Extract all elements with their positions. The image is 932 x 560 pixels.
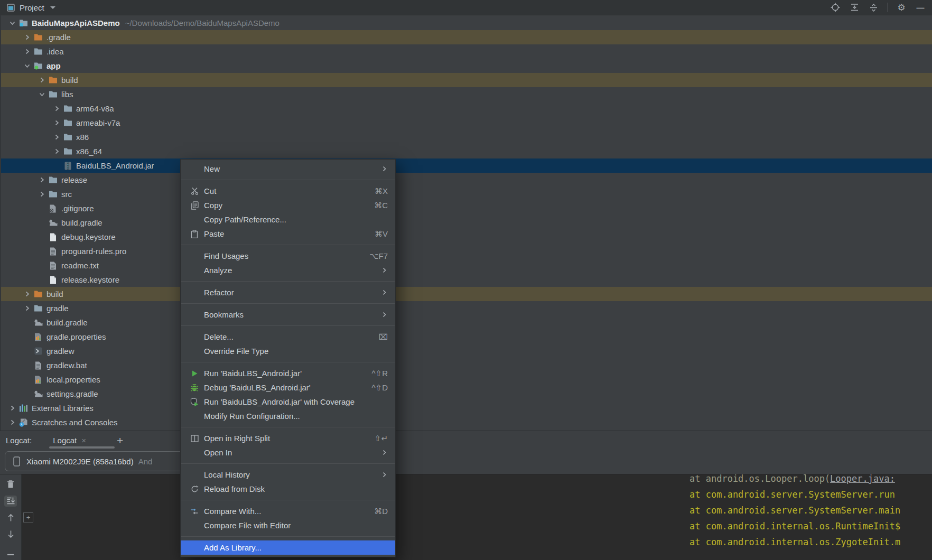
tree-item-release[interactable]: release [1, 173, 932, 187]
chevron-right-icon[interactable] [21, 33, 33, 41]
project-view-selector[interactable]: Project [0, 0, 61, 15]
filetext-icon [48, 247, 58, 256]
coverage-icon [188, 398, 201, 406]
menu-item-analyze[interactable]: Analyze [181, 263, 395, 277]
menu-item-debug-baidulbs-android-jar[interactable]: Debug 'BaiduLBS_Android.jar'^⇧D [181, 380, 395, 395]
run-icon [188, 370, 201, 377]
expand-all-icon[interactable] [849, 2, 860, 13]
tree-item-debug-keystore[interactable]: debug.keystore [1, 230, 932, 244]
tree-item-label: armeabi-v7a [76, 118, 120, 127]
tree-item-build[interactable]: build [1, 287, 932, 301]
logcat-tab-bar: Logcat: Logcat × + [0, 431, 932, 449]
menu-item-open-in[interactable]: Open In [181, 445, 395, 460]
tree-item-gradle[interactable]: gradle [1, 301, 932, 315]
project-view-label: Project [20, 3, 44, 12]
trash-icon[interactable] [4, 479, 17, 490]
tree-item-build-gradle[interactable]: build.gradle [1, 315, 932, 330]
chevron-down-icon[interactable] [6, 19, 18, 27]
menu-item-label: Add As Library... [204, 543, 262, 552]
tree-item-settings-gradle[interactable]: settings.gradle [1, 387, 932, 401]
tree-item-build[interactable]: build [1, 73, 932, 87]
tree-item-src[interactable]: src [1, 187, 932, 201]
chevron-right-icon[interactable] [36, 76, 48, 84]
menu-item-run-baidulbs-android-jar[interactable]: Run 'BaiduLBS_Android.jar'^⇧R [181, 366, 395, 380]
menu-item-copy-path-reference[interactable]: Copy Path/Reference... [181, 212, 395, 227]
chevron-right-icon[interactable] [36, 190, 48, 198]
chevron-right-icon[interactable] [21, 48, 33, 55]
chevron-right-icon[interactable] [51, 105, 62, 113]
menu-item-cut[interactable]: Cut⌘X [181, 184, 395, 198]
close-tab-icon[interactable]: × [81, 436, 86, 445]
log-source-link[interactable]: Looper.java: [830, 474, 895, 484]
tree-item--gitignore[interactable]: .gitignore [1, 201, 932, 216]
tree-item-arm64-v8a[interactable]: arm64-v8a [1, 101, 932, 116]
menu-item-local-history[interactable]: Local History [181, 468, 395, 482]
tree-item-proguard-rules-pro[interactable]: proguard-rules.pro [1, 244, 932, 258]
tree-item-gradle-properties[interactable]: gradle.properties [1, 330, 932, 344]
collapse-dash-icon[interactable] [4, 549, 17, 560]
tree-item-readme-txt[interactable]: readme.txt [1, 258, 932, 273]
menu-item-modify-run-configuration[interactable]: Modify Run Configuration... [181, 409, 395, 423]
menu-item-label: Delete... [204, 332, 234, 341]
tree-item-label: .gradle [46, 33, 71, 42]
properties-icon [33, 333, 43, 341]
tree-item-build-gradle[interactable]: build.gradle [1, 216, 932, 230]
menu-item-open-in-right-split[interactable]: Open in Right Split⇧↵ [181, 431, 395, 445]
tree-item-local-properties[interactable]: local.properties [1, 372, 932, 387]
menu-item-label: Refactor [204, 288, 234, 297]
add-tab-button[interactable]: + [117, 435, 123, 446]
chevron-down-icon[interactable] [21, 62, 33, 70]
menu-item-refactor[interactable]: Refactor [181, 285, 395, 300]
menu-item-find-usages[interactable]: Find Usages⌥F7 [181, 249, 395, 263]
file-icon [48, 276, 58, 284]
menu-item-paste[interactable]: Paste⌘V [181, 227, 395, 241]
chevron-right-icon[interactable] [36, 176, 48, 184]
tree-item-x86[interactable]: x86 [1, 130, 932, 144]
tree-item-scratches-and-consoles[interactable]: Scratches and Consoles [1, 415, 932, 430]
tree-item--gradle[interactable]: .gradle [1, 30, 932, 44]
tree-item-armeabi-v7a[interactable]: armeabi-v7a [1, 116, 932, 130]
menu-item-delete[interactable]: Delete...⌧ [181, 330, 395, 344]
tree-item-release-keystore[interactable]: release.keystore [1, 273, 932, 287]
menu-item-compare-file-with-editor[interactable]: Compare File with Editor [181, 518, 395, 533]
menu-item-copy[interactable]: Copy⌘C [181, 198, 395, 212]
locate-icon[interactable] [830, 2, 841, 13]
menu-item-bookmarks[interactable]: Bookmarks [181, 307, 395, 322]
settings-icon[interactable]: ⚙ [896, 2, 907, 13]
chevron-right-icon[interactable] [51, 133, 62, 141]
chevron-right-icon[interactable] [21, 290, 33, 298]
project-tool-icon [5, 2, 16, 13]
collapse-all-icon[interactable] [868, 2, 879, 13]
tree-item-baidumapsapiasdemo[interactable]: BaiduMapsApiASDemo~/Downloads/Demo/Baidu… [1, 16, 932, 30]
chevron-right-icon[interactable] [21, 304, 33, 312]
scroll-to-end-icon[interactable] [4, 496, 17, 507]
chevron-right-icon[interactable] [6, 404, 18, 412]
arrow-up-icon[interactable] [4, 512, 17, 524]
file-icon [48, 233, 58, 241]
logcat-device-row: Xiaomi M2002J9E (858a16bd) And [0, 449, 932, 474]
tree-item-gradlew-bat[interactable]: gradlew.bat [1, 358, 932, 372]
chevron-right-icon[interactable] [6, 418, 18, 426]
folder-icon [62, 147, 73, 155]
menu-item-add-as-library[interactable]: Add As Library... [181, 540, 395, 555]
menu-item-label: Open in Right Split [204, 434, 270, 443]
tree-item-x86-64[interactable]: x86_64 [1, 144, 932, 158]
fold-expand-button[interactable]: + [23, 512, 33, 522]
chevron-down-icon[interactable] [36, 90, 48, 98]
menu-item-reload-from-disk[interactable]: Reload from Disk [181, 482, 395, 496]
menu-item-new[interactable]: New [181, 162, 395, 176]
tree-item-baidulbs-android-jar[interactable]: BaiduLBS_Android.jar [1, 158, 932, 173]
tree-item--idea[interactable]: .idea [1, 44, 932, 59]
menu-item-compare-with[interactable]: Compare With...⌘D [181, 504, 395, 518]
chevron-right-icon[interactable] [51, 147, 62, 155]
hide-icon[interactable]: — [915, 2, 926, 13]
chevron-right-icon[interactable] [51, 119, 62, 127]
tree-item-libs[interactable]: libs [1, 87, 932, 101]
arrow-down-icon[interactable] [4, 529, 17, 540]
menu-item-run-baidulbs-android-jar-with-coverage[interactable]: Run 'BaiduLBS_Android.jar' with Coverage [181, 395, 395, 409]
menu-separator [181, 245, 395, 245]
tree-item-app[interactable]: app [1, 59, 932, 73]
tree-item-gradlew[interactable]: gradlew [1, 344, 932, 358]
tree-item-external-libraries[interactable]: External Libraries [1, 401, 932, 415]
menu-item-override-file-type[interactable]: Override File Type [181, 344, 395, 358]
